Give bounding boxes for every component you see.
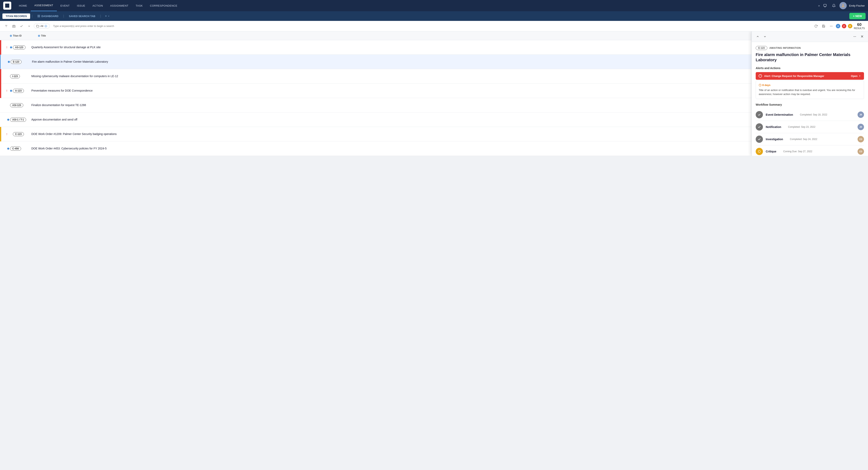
alert-card[interactable]: Alert: Change Request for Responsible Ma…: [756, 72, 864, 80]
chevron-down-icon[interactable]: [26, 23, 32, 29]
tab-titan-records[interactable]: TITAN RECORDS: [2, 13, 30, 19]
workflow-item: Investigation Completed: Sep 24, 2022 CD: [756, 133, 864, 146]
workflow-item: Notification Completed: Sep 23, 2022 JR: [756, 121, 864, 133]
top-nav: HOME ASSESSMENT EVENT ISSUE ACTION ASSIG…: [0, 0, 868, 11]
save-icon[interactable]: [820, 23, 827, 29]
workflow-assignee-avatar: CD: [858, 136, 864, 143]
nav-right: Emily Fischer: [822, 2, 865, 9]
add-titan-id-icon: ⊕: [10, 34, 12, 37]
folder-select[interactable]: All: [34, 24, 50, 29]
table-row[interactable]: E-123 Fire alarm malfunction in Palmer C…: [0, 55, 868, 69]
toolbar: All 4 2 0 60 RESULTS: [0, 21, 868, 31]
notification-bell-icon[interactable]: [831, 2, 837, 9]
svg-point-15: [832, 26, 832, 26]
refresh-icon[interactable]: [813, 23, 819, 29]
alert-open-button[interactable]: Open: [851, 74, 861, 77]
record-id-badge: AS-123: [13, 45, 26, 50]
main-area: ⊕ Titan ID ⊕ Title ⊕ Module Type ⊕ Statu…: [0, 31, 868, 156]
table-row[interactable]: ASI-123 Finalize documentation for reque…: [0, 98, 868, 113]
badge-blue[interactable]: 4: [836, 24, 840, 28]
panel-nav-up[interactable]: [755, 34, 761, 39]
panel-nav-down[interactable]: [762, 34, 768, 39]
badge-red[interactable]: 2: [842, 24, 846, 28]
nav-home[interactable]: HOME: [15, 0, 31, 11]
nav-assessment[interactable]: ASSESSMENT: [31, 0, 57, 11]
panel-header: ✕: [752, 31, 868, 42]
results-count[interactable]: 60 RESULTS: [854, 22, 865, 30]
user-name-label[interactable]: Emily Fischer: [849, 4, 865, 7]
checkmark-icon[interactable]: [19, 23, 25, 29]
workflow-item: Critique Coming Due: Sep 27, 2022 CD: [756, 146, 864, 156]
badge-orange[interactable]: 0: [848, 24, 852, 28]
table-row[interactable]: ! A-123 Preventative measures for DOE Co…: [0, 84, 868, 98]
tab-saved-search[interactable]: SAVED SEARCH TAB: [66, 13, 99, 19]
new-record-button[interactable]: + NEW: [849, 13, 866, 19]
user-avatar[interactable]: [839, 2, 847, 9]
record-title-cell: Finalize documentation for request TE-12…: [30, 103, 750, 107]
alert-icon: !: [4, 45, 9, 50]
nav-task[interactable]: TASK: [132, 0, 146, 11]
table-row[interactable]: ASI-1 / T-1 Approve documentation and se…: [0, 113, 868, 127]
table-row[interactable]: I-123 Missing cybersecurity malware docu…: [0, 69, 868, 84]
record-title-cell: DOE Work Order #453: Cybersecurity polic…: [30, 147, 750, 151]
nav-assignment[interactable]: ASSIGNMENT: [106, 0, 132, 11]
panel-record-id: E-123: [756, 46, 767, 50]
search-icon-nav[interactable]: [822, 2, 828, 9]
more-options-icon[interactable]: [828, 23, 834, 29]
record-title-cell: Quarterly Assessment for structural dama…: [30, 45, 750, 50]
filter-icon[interactable]: [3, 23, 9, 29]
alert-card-label: Alert: Change Request for Responsible Ma…: [764, 74, 849, 77]
workflow-step-date: Completed: Sep 23, 2022: [784, 126, 855, 128]
row-indicator: [0, 40, 1, 55]
table-row[interactable]: ! AS-123 Quarterly Assessment for struct…: [0, 40, 868, 55]
workflow-step-icon-completed: [756, 123, 763, 131]
workflow-step-name: Investigation: [766, 137, 783, 141]
svg-rect-3: [39, 15, 40, 16]
col-header-titan-id[interactable]: ⊕ Titan ID: [8, 34, 36, 37]
panel-status-label: AWAITING INFORMATION: [769, 46, 801, 50]
workflow-assignee-avatar: JR: [858, 112, 864, 118]
add-title-icon: ⊕: [38, 34, 40, 37]
nav-correspondence[interactable]: CORRESPONDENCE: [146, 0, 181, 11]
nav-action[interactable]: ACTION: [89, 0, 106, 11]
svg-point-23: [758, 151, 761, 153]
search-input[interactable]: [52, 24, 811, 28]
panel-body: E-123 AWAITING INFORMATION Fire alarm ma…: [752, 42, 868, 156]
alerts-section-title: Alerts and Actions: [756, 66, 864, 70]
alert-icon: !: [4, 88, 9, 93]
record-id-badge: I-123: [10, 74, 20, 78]
add-tab-button[interactable]: +: [103, 13, 112, 19]
record-badge-row: E-123 AWAITING INFORMATION: [756, 46, 864, 50]
record-id-badge: C-123: [13, 132, 24, 136]
workflow-item: Event Determination Completed: Sep 18, 2…: [756, 109, 864, 121]
table-row[interactable]: C-456 DOE Work Order #453: Cybersecurity…: [0, 142, 868, 156]
camera-icon[interactable]: [11, 23, 17, 29]
folder-label: All: [40, 25, 43, 28]
nav-event[interactable]: EVENT: [57, 0, 73, 11]
app-logo[interactable]: [3, 2, 11, 10]
workflow-step-icon-completed: [756, 111, 763, 118]
workflow-step-name: Event Determination: [766, 113, 793, 116]
tab-dashboard[interactable]: DASHBOARD: [34, 13, 62, 19]
record-title-cell: Fire alarm malfunction in Palmer Center …: [30, 60, 750, 64]
nav-more-button[interactable]: »: [816, 0, 822, 11]
workflow-step-date: Coming Due: Sep 27, 2022: [779, 150, 855, 153]
workflow-section: Workflow Summary Event Determination Com…: [756, 103, 864, 156]
nav-issue[interactable]: ISSUE: [73, 0, 89, 11]
svg-rect-0: [824, 4, 827, 6]
col-header-title[interactable]: ⊕ Title: [36, 34, 750, 37]
record-title-cell: Approve documentation and send off: [30, 118, 750, 122]
record-title-cell: Preventative measures for DOE Correspond…: [30, 89, 750, 93]
nav-items: HOME ASSESSMENT EVENT ISSUE ACTION ASSIG…: [15, 0, 816, 11]
svg-point-14: [831, 26, 831, 26]
panel-close-button[interactable]: ✕: [859, 34, 865, 39]
panel-more-button[interactable]: [852, 34, 858, 39]
workflow-step-icon-completed: [756, 135, 763, 143]
row-dot: [7, 119, 9, 121]
record-id-badge: ASI-123: [10, 103, 23, 107]
detail-panel: ✕ E-123 AWAITING INFORMATION Fire alarm …: [751, 31, 868, 156]
table-row[interactable]: ! C-123 DOE Work Order #1209: Palmer Cen…: [0, 127, 868, 142]
alert-description: Title of an action or notification that …: [759, 88, 861, 96]
table-header: ⊕ Titan ID ⊕ Title ⊕ Module Type ⊕ Statu…: [0, 31, 868, 40]
workflow-section-title: Workflow Summary: [756, 103, 864, 106]
